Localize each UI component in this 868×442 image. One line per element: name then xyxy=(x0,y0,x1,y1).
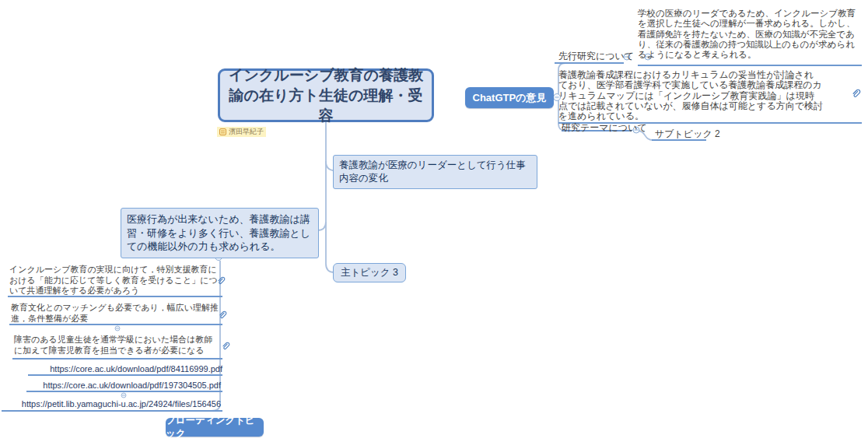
central-topic[interactable]: インクルーシブ教育の養護教諭の在り方ト生徒の理解・受容 xyxy=(218,68,434,122)
link-icon[interactable] xyxy=(851,89,861,99)
expand-handle[interactable] xyxy=(115,326,120,331)
topic-floating[interactable]: フローティングトピック xyxy=(166,418,264,437)
list-item-note-2[interactable]: 教育文化とのマッチングも必要であり，幅広い理解推進，条件整備が必要 xyxy=(11,303,221,324)
note-text: 教育文化とのマッチングも必要であり，幅広い理解推進，条件整備が必要 xyxy=(11,303,219,323)
expand-handle[interactable] xyxy=(121,393,126,398)
note-prior-research[interactable]: 学校の医療のリーダであるため、インクルーシブ教育を選択した生徒への理解が一番求め… xyxy=(638,9,862,60)
author-label[interactable]: 濱田早紀子 xyxy=(217,127,266,137)
author-name: 濱田早紀子 xyxy=(229,127,264,137)
list-item-note-3[interactable]: 障害のある児童生徒を通常学級においた場合は教師に加えて障害児教育を担当できる者が… xyxy=(14,335,220,356)
topic-main-3[interactable]: 主トピック 3 xyxy=(333,263,406,282)
list-item-url-1[interactable]: https://core.ac.uk/download/pdf/84116999… xyxy=(28,364,222,374)
link-icon[interactable] xyxy=(216,276,226,286)
link-icon[interactable] xyxy=(218,310,227,320)
note-research-theme[interactable]: 養護教諭養成課程におけるカリキュラムの妥当性が討論されており、医学部看護学科で実… xyxy=(558,70,823,121)
note-text: 障害のある児童生徒を通常学級においた場合は教師に加えて障害児教育を担当できる者が… xyxy=(14,335,212,355)
list-item-url-2[interactable]: https://core.ac.uk/download/pdf/19730450… xyxy=(26,381,221,390)
notes-icon xyxy=(219,128,226,135)
topic-research-theme[interactable]: 研究テーマについて xyxy=(562,121,647,135)
topic-work-change[interactable]: 養護教諭が医療のリーダーとして行う仕事内容の変化 xyxy=(333,155,537,189)
list-item-url-3[interactable]: https://petit.lib.yamaguchi-u.ac.jp/2492… xyxy=(2,399,221,409)
note-text: インクルーシブ教育の実現に向けて，特別支援教育における「能力に応じて等しく教育を… xyxy=(9,265,218,295)
topic-subtopic-2[interactable]: サブトピック 2 xyxy=(655,128,720,141)
topic-no-medical-acts[interactable]: 医療行為が出来ないため、養護教諭は講習・研修をより多く行い、養護教諭としての機能… xyxy=(121,208,319,258)
trunk-line xyxy=(326,122,334,272)
link-icon[interactable] xyxy=(221,342,230,351)
topic-prior-research[interactable]: 先行研究について xyxy=(558,50,634,63)
topic-chatgtp[interactable]: ChatGTPの意見 xyxy=(465,87,554,108)
list-item-note-1[interactable]: インクルーシブ教育の実現に向けて，特別支援教育における「能力に応じて等しく教育を… xyxy=(9,265,222,296)
